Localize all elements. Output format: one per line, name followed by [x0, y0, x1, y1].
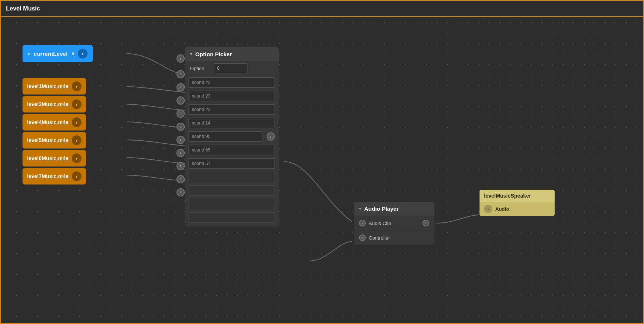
- input-port-2[interactable]: ›: [176, 83, 185, 92]
- input-port-4[interactable]: ›: [176, 110, 185, 118]
- input-port-10[interactable]: ›: [176, 188, 185, 196]
- conn-level4: [127, 122, 185, 128]
- input-port-6[interactable]: ›: [176, 136, 185, 144]
- sound-row-8: [185, 184, 279, 197]
- sound-field-9: [189, 199, 275, 209]
- sound-row-7: [185, 170, 279, 184]
- sound-field-8: [189, 185, 275, 196]
- level4-node: level4Music.m4a ›: [23, 114, 86, 130]
- main-window: Level Music: [0, 0, 644, 324]
- level4-output-arrow[interactable]: ›: [72, 117, 81, 127]
- conn-level6: [127, 158, 185, 164]
- option-picker-option-row: Option: [185, 61, 279, 76]
- currentlevel-node: « currentLevel ∨ ›: [23, 45, 93, 62]
- window-title: Level Music: [6, 5, 40, 12]
- sound-field-10: [189, 212, 275, 223]
- conn-audioplayer-speaker: [436, 215, 480, 223]
- sound-row-10: [185, 211, 279, 226]
- input-port-5[interactable]: ›: [176, 123, 185, 131]
- level1-node: level1Music.m4a ›: [23, 78, 86, 94]
- conn-level1: [127, 87, 185, 92]
- level2-output-arrow[interactable]: ›: [72, 99, 81, 109]
- sound-field-6: sound:57: [189, 158, 275, 169]
- currentlevel-output-arrow[interactable]: ›: [78, 49, 87, 58]
- option-label-text: Option: [190, 66, 211, 71]
- sound-row-2: sound:23: [185, 103, 279, 116]
- option-picker-header: ▾ Option Picker: [185, 47, 279, 61]
- audio-player-panel: ▾ Audio Player › Audio Clip › › Controll…: [354, 202, 434, 245]
- conn-currentlevel-optionpicker: [127, 54, 185, 75]
- level6-output-arrow[interactable]: ›: [72, 153, 81, 163]
- input-port-3[interactable]: ›: [176, 96, 185, 105]
- sound-row-9: [185, 197, 279, 211]
- level2-node: level2Music.m4a ›: [23, 96, 86, 112]
- speaker-node: levelMusicSpeaker › Audio: [480, 190, 555, 216]
- option-picker-triangle: ▾: [190, 52, 192, 57]
- sound-row-5: sound:65: [185, 143, 279, 157]
- option-value-input[interactable]: [214, 63, 247, 73]
- currentlevel-icon: «: [28, 51, 31, 57]
- controller-label: Controller: [369, 235, 390, 241]
- currentlevel-label: currentLevel: [34, 51, 68, 57]
- level5-node: level5Music.m4a ›: [23, 132, 86, 148]
- connections-svg: [1, 17, 643, 323]
- controller-input-port[interactable]: ›: [359, 234, 366, 241]
- speaker-audio-label: Audio: [495, 206, 509, 212]
- conn-controller: [309, 242, 352, 261]
- conn-level2: [127, 104, 185, 110]
- level1-node-body[interactable]: level1Music.m4a ›: [23, 78, 86, 94]
- option-picker-panel: ▾ Option Picker Option sound:23 sound:23: [185, 47, 279, 226]
- level4-node-body[interactable]: level4Music.m4a ›: [23, 114, 86, 130]
- input-port-7[interactable]: ›: [176, 149, 185, 157]
- sound-row-4: sound:90 ›: [185, 130, 279, 143]
- sound-field-4: sound:90: [189, 131, 262, 142]
- audio-player-title: Audio Player: [364, 206, 399, 212]
- level7-node: level7Music.m4a ›: [23, 168, 86, 184]
- speaker-audio-row: › Audio: [480, 202, 555, 216]
- canvas: « currentLevel ∨ › level1Music.m4a › lev…: [1, 17, 643, 323]
- level4-label: level4Music.m4a: [27, 119, 69, 125]
- sound-output-port[interactable]: ›: [267, 132, 275, 141]
- sound-row-3: sound:14: [185, 116, 279, 130]
- sound-field-2: sound:23: [189, 104, 275, 115]
- audio-clip-output-port[interactable]: ›: [422, 220, 429, 226]
- conn-level5: [127, 140, 185, 146]
- sound-field-1: sound:23: [189, 91, 275, 101]
- sound-row-6: sound:57: [185, 157, 279, 170]
- sound-field-5: sound:65: [189, 145, 275, 155]
- sound-field-3: sound:14: [189, 118, 275, 128]
- conn-level7: [127, 175, 185, 181]
- audio-player-triangle: ▾: [359, 206, 361, 211]
- input-port-8[interactable]: ›: [176, 162, 185, 170]
- input-port-1[interactable]: ›: [176, 70, 185, 78]
- level6-node-body[interactable]: level6Music.m4a ›: [23, 150, 86, 166]
- level7-output-arrow[interactable]: ›: [72, 171, 81, 181]
- currentlevel-node-body[interactable]: « currentLevel ∨ ›: [23, 45, 93, 62]
- sound-field-0: sound:23: [189, 77, 275, 88]
- audio-clip-label: Audio Clip: [369, 220, 391, 226]
- level1-label: level1Music.m4a: [27, 83, 69, 89]
- option-picker-title: Option Picker: [195, 51, 232, 57]
- sound-row-0: sound:23: [185, 76, 279, 89]
- level7-node-body[interactable]: level7Music.m4a ›: [23, 168, 86, 184]
- speaker-title: levelMusicSpeaker: [480, 190, 555, 202]
- level6-node: level6Music.m4a ›: [23, 150, 86, 166]
- input-ports: › › › › › › › › ›: [176, 50, 185, 199]
- input-port-9[interactable]: ›: [176, 175, 185, 183]
- level6-label: level6Music.m4a: [27, 155, 69, 161]
- level1-output-arrow[interactable]: ›: [72, 81, 81, 91]
- audio-player-header: ▾ Audio Player: [354, 202, 434, 216]
- level2-node-body[interactable]: level2Music.m4a ›: [23, 96, 86, 112]
- currentlevel-dropdown[interactable]: ∨: [71, 51, 75, 56]
- sound-row-1: sound:23: [185, 89, 279, 103]
- conn-picker-audioplayer: [284, 162, 352, 222]
- speaker-audio-input-port[interactable]: ›: [484, 205, 492, 213]
- input-port-0[interactable]: ›: [176, 54, 185, 63]
- level5-node-body[interactable]: level5Music.m4a ›: [23, 132, 86, 148]
- title-bar: Level Music: [1, 1, 643, 17]
- level5-label: level5Music.m4a: [27, 137, 69, 143]
- level7-label: level7Music.m4a: [27, 173, 69, 179]
- level5-output-arrow[interactable]: ›: [72, 135, 81, 145]
- audio-clip-input-port[interactable]: ›: [359, 220, 366, 226]
- level2-label: level2Music.m4a: [27, 101, 69, 107]
